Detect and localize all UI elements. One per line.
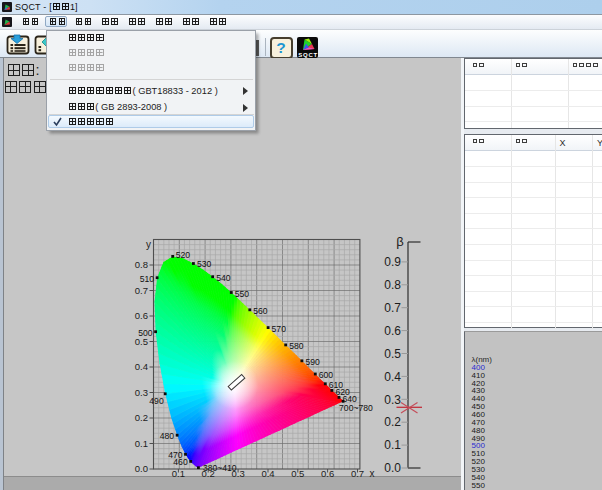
svg-text:0.3: 0.3 bbox=[384, 393, 401, 407]
svg-text:0.8: 0.8 bbox=[384, 278, 401, 292]
svg-text:380~410: 380~410 bbox=[203, 463, 237, 473]
svg-text:x: x bbox=[370, 468, 375, 479]
svg-text:480: 480 bbox=[160, 431, 175, 441]
svg-text:530: 530 bbox=[197, 259, 212, 269]
svg-text:0.9: 0.9 bbox=[384, 255, 401, 269]
svg-text:490: 490 bbox=[149, 396, 164, 406]
svg-text:580: 580 bbox=[289, 341, 304, 351]
svg-text:0.6: 0.6 bbox=[135, 310, 148, 321]
svg-text:0.8: 0.8 bbox=[135, 259, 148, 270]
svg-text:0.7: 0.7 bbox=[351, 468, 364, 479]
svg-text:700~780: 700~780 bbox=[339, 403, 373, 413]
svg-text:0.3: 0.3 bbox=[135, 387, 148, 398]
svg-text:0.1: 0.1 bbox=[135, 438, 148, 449]
svg-text:0.5: 0.5 bbox=[384, 347, 401, 361]
svg-text:510: 510 bbox=[140, 274, 155, 284]
svg-text:0.7: 0.7 bbox=[384, 301, 401, 315]
svg-text:470: 470 bbox=[168, 450, 183, 460]
svg-text:0.4: 0.4 bbox=[384, 370, 401, 384]
svg-text:0.4: 0.4 bbox=[261, 468, 274, 479]
svg-text:0.5: 0.5 bbox=[291, 468, 304, 479]
svg-text:0.1: 0.1 bbox=[172, 468, 185, 479]
svg-text:0.4: 0.4 bbox=[135, 361, 148, 372]
svg-text:600: 600 bbox=[319, 370, 334, 380]
svg-text:570: 570 bbox=[272, 324, 287, 334]
svg-text:590: 590 bbox=[305, 357, 320, 367]
svg-text:0.0: 0.0 bbox=[135, 463, 148, 474]
svg-text:0.0: 0.0 bbox=[384, 461, 401, 475]
svg-text:y: y bbox=[146, 239, 151, 250]
svg-text:0.1: 0.1 bbox=[384, 438, 401, 452]
svg-text:640: 640 bbox=[343, 394, 358, 404]
svg-text:520: 520 bbox=[176, 250, 191, 260]
svg-text:0.6: 0.6 bbox=[321, 468, 334, 479]
svg-text:0.2: 0.2 bbox=[384, 415, 401, 429]
svg-text:560: 560 bbox=[253, 306, 268, 316]
svg-text:0.6: 0.6 bbox=[384, 324, 401, 338]
svg-text:500: 500 bbox=[138, 328, 153, 338]
svg-text:β: β bbox=[396, 234, 403, 249]
svg-text:0.5: 0.5 bbox=[135, 336, 148, 347]
svg-text:0.2: 0.2 bbox=[135, 412, 148, 423]
svg-text:540: 540 bbox=[216, 273, 231, 283]
svg-text:550: 550 bbox=[235, 289, 250, 299]
svg-text:0.7: 0.7 bbox=[135, 285, 148, 296]
